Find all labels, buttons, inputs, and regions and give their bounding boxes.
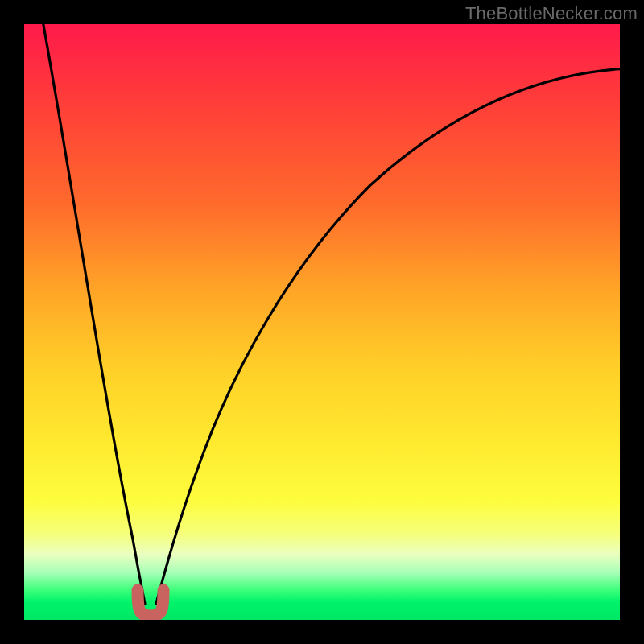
plot-area <box>24 24 620 620</box>
watermark-text: TheBottleNecker.com <box>465 3 638 24</box>
optimal-marker <box>138 590 163 616</box>
chart-frame: TheBottleNecker.com <box>0 0 644 644</box>
curve-layer <box>24 24 620 620</box>
curve-right-branch <box>156 68 620 604</box>
curve-left-branch <box>42 24 145 604</box>
